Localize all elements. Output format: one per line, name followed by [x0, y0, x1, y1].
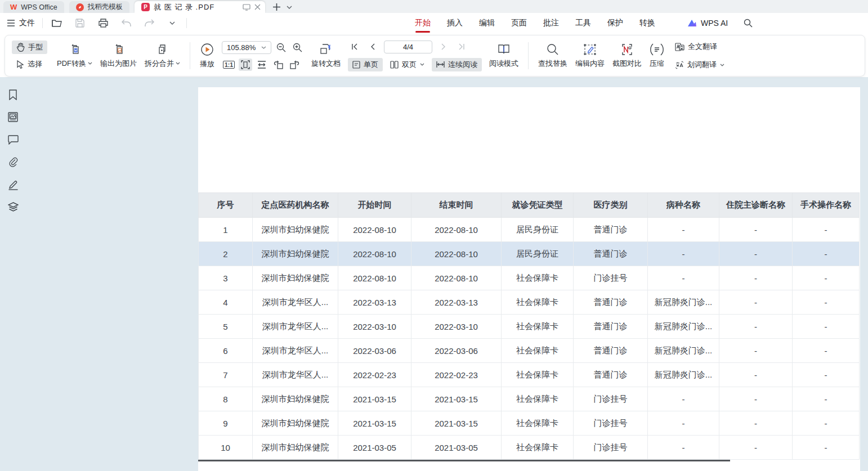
- table-header-row: 序号定点医药机构名称开始时间结束时间就诊凭证类型医疗类别病种名称住院主诊断名称手…: [199, 193, 860, 218]
- table-cell: -: [648, 387, 719, 411]
- menu-item-4[interactable]: 批注: [543, 18, 559, 28]
- single-page-button[interactable]: 单页: [348, 58, 383, 71]
- print-icon[interactable]: [96, 17, 110, 29]
- continuous-reading-label: 连续阅读: [448, 60, 477, 70]
- records-table: 序号定点医药机构名称开始时间结束时间就诊凭证类型医疗类别病种名称住院主诊断名称手…: [198, 192, 860, 460]
- menu-item-5[interactable]: 工具: [575, 18, 591, 28]
- table-cell: 社会保障卡: [502, 266, 574, 290]
- bookmark-icon[interactable]: [6, 88, 20, 101]
- search-icon[interactable]: [741, 17, 755, 29]
- wps-ai-button[interactable]: WPS AI: [687, 19, 728, 28]
- open-folder-icon[interactable]: [50, 17, 64, 29]
- table-row: 6深圳市龙华区人...2022-03-062022-03-06社会保障卡普通门诊…: [199, 339, 860, 363]
- close-icon[interactable]: [254, 4, 261, 10]
- undo-icon[interactable]: [119, 17, 133, 29]
- previous-page-icon[interactable]: [366, 41, 379, 53]
- table-cell: 普通门诊: [574, 290, 648, 315]
- layers-icon[interactable]: [6, 201, 20, 213]
- menu-item-3[interactable]: 页面: [511, 18, 527, 28]
- horizontal-scrollbar[interactable]: [198, 460, 730, 461]
- continuous-reading-icon: [436, 61, 445, 68]
- select-tool-button[interactable]: 选择: [12, 57, 47, 71]
- menu-item-0[interactable]: 开始: [415, 18, 431, 28]
- tab-label: WPS Office: [21, 3, 57, 11]
- play-button[interactable]: 播放: [196, 41, 218, 71]
- screen-share-icon[interactable]: [243, 4, 250, 11]
- table-row: 5深圳市龙华区人...2022-03-102022-03-10社会保障卡普通门诊…: [199, 315, 860, 339]
- table-cell: -: [719, 363, 793, 387]
- table-cell: 2021-03-15: [338, 387, 411, 411]
- tab-document-pdf[interactable]: P 就 医 记 录 .PDF: [135, 1, 265, 13]
- continuous-reading-button[interactable]: 连续阅读: [432, 58, 482, 71]
- read-mode-button[interactable]: 阅读模式: [485, 41, 522, 71]
- zoom-level-value: 105.88%: [227, 43, 256, 52]
- left-sidebar: [6, 88, 20, 213]
- table-cell: 门诊挂号: [574, 411, 648, 436]
- page-indicator[interactable]: 4/4: [384, 41, 432, 53]
- double-page-button[interactable]: 双页: [386, 58, 429, 71]
- tab-docer-templates[interactable]: 找稻壳模板: [69, 1, 130, 13]
- attachment-icon[interactable]: [6, 156, 20, 168]
- split-merge-label: 拆分合并: [145, 59, 174, 69]
- column-header: 开始时间: [338, 193, 411, 218]
- table-cell: 2022-02-23: [338, 363, 411, 387]
- compress-button[interactable]: 压缩: [646, 41, 668, 71]
- zoom-level-select[interactable]: 105.88%: [222, 41, 271, 54]
- table-cell: 1: [199, 218, 253, 242]
- find-replace-button[interactable]: 查找替换: [534, 41, 571, 71]
- full-text-translate-button[interactable]: 全文翻译: [670, 40, 729, 53]
- menu-item-1[interactable]: 插入: [447, 18, 463, 28]
- word-translate-button[interactable]: 划词翻译: [670, 58, 729, 71]
- hand-tool-button[interactable]: 手型: [12, 41, 47, 54]
- fit-width-button[interactable]: [255, 59, 269, 71]
- table-cell: -: [719, 411, 793, 436]
- menu-item-6[interactable]: 保护: [607, 18, 623, 28]
- table-cell: 深圳市龙华区人...: [253, 363, 338, 387]
- screenshot-compare-label: 截图对比: [612, 59, 642, 69]
- zoom-in-icon[interactable]: [290, 41, 304, 53]
- table-cell: -: [719, 266, 793, 290]
- table-cell: 2022-03-06: [338, 339, 411, 363]
- table-cell: 深圳市龙华区人...: [253, 290, 338, 315]
- table-cell: -: [793, 363, 860, 387]
- save-icon[interactable]: [73, 17, 87, 29]
- menu-item-7[interactable]: 转换: [639, 18, 655, 28]
- table-cell: -: [719, 339, 793, 363]
- rotate-left-button[interactable]: [271, 59, 285, 71]
- table-cell: 深圳市龙华区人...: [253, 339, 338, 363]
- new-tab-button[interactable]: [272, 3, 281, 11]
- file-menu-button[interactable]: 文件: [7, 18, 35, 28]
- table-row: 8深圳市妇幼保健院2021-03-152021-03-15社会保障卡门诊挂号--…: [199, 387, 860, 411]
- table-cell: 2022-03-10: [411, 315, 502, 339]
- next-page-icon[interactable]: [437, 41, 450, 53]
- rotate-right-button[interactable]: [288, 59, 301, 71]
- screenshot-compare-button[interactable]: 截图对比: [609, 41, 646, 71]
- table-cell: 2022-08-10: [411, 218, 502, 242]
- quickbar-chevron-icon[interactable]: [165, 17, 179, 29]
- redo-icon[interactable]: [142, 17, 156, 29]
- table-cell: 2021-03-05: [338, 436, 411, 460]
- export-image-icon: [113, 43, 125, 56]
- menu-item-2[interactable]: 编辑: [479, 18, 495, 28]
- actual-size-button[interactable]: 1:1: [222, 59, 236, 71]
- edit-content-icon: [583, 43, 597, 56]
- table-cell: 10: [199, 436, 253, 460]
- first-page-icon[interactable]: [348, 41, 361, 53]
- full-text-translate-label: 全文翻译: [688, 42, 717, 52]
- zoom-out-icon[interactable]: [274, 41, 288, 53]
- compress-label: 压缩: [650, 59, 664, 69]
- rotate-document-button[interactable]: 旋转文档: [307, 41, 344, 71]
- toolbar: 手型 选择 PDF转换 输出为图片 拆分合并: [5, 35, 865, 77]
- pdf-convert-button[interactable]: PDF转换: [53, 41, 96, 71]
- fit-page-button[interactable]: [239, 59, 252, 71]
- last-page-icon[interactable]: [455, 41, 468, 53]
- split-merge-button[interactable]: 拆分合并: [141, 41, 184, 71]
- tab-wps-office[interactable]: W WPS Office: [3, 1, 64, 13]
- export-image-button[interactable]: 输出为图片: [96, 41, 141, 71]
- tab-list-chevron-icon[interactable]: [287, 6, 292, 9]
- signature-icon[interactable]: [6, 178, 20, 191]
- table-cell: 深圳市妇幼保健院: [253, 411, 338, 436]
- comment-icon[interactable]: [6, 133, 20, 146]
- thumbnail-icon[interactable]: [6, 111, 20, 123]
- edit-content-button[interactable]: 编辑内容: [571, 41, 609, 71]
